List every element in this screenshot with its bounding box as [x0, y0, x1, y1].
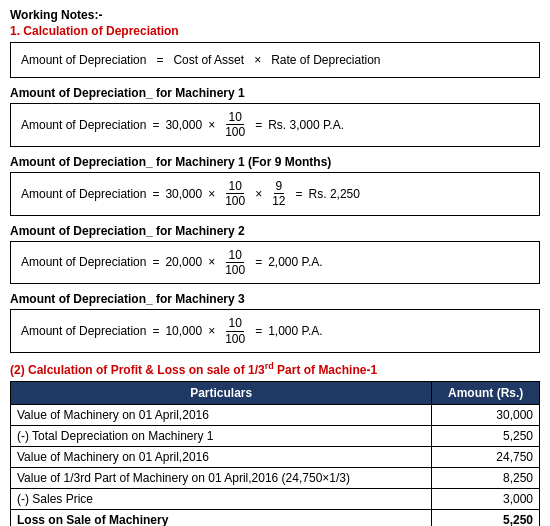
- pl-row-particular: Loss on Sale of Machinery: [11, 510, 432, 526]
- m1-9m-eq2: =: [296, 187, 303, 201]
- m3-mul1: ×: [208, 324, 215, 338]
- m1-9m-cost: 30,000: [165, 187, 202, 201]
- pl-row-amount: 3,000: [432, 489, 540, 510]
- pl-row-particular: Value of Machinery on 01 April,2016: [11, 405, 432, 426]
- machinery1-9m-box: Amount of Depreciation = 30,000 × 10 100…: [10, 172, 540, 216]
- pl-row-amount: 24,750: [432, 447, 540, 468]
- working-notes-title: Working Notes:-: [10, 8, 540, 22]
- pl-row-particular: Value of 1/3rd Part of Machinery on 01 A…: [11, 468, 432, 489]
- m2-result: 2,000 P.A.: [268, 255, 323, 269]
- pl-row-amount: 30,000: [432, 405, 540, 426]
- m1-eq2: =: [255, 118, 262, 132]
- section1-title: 1. Calculation of Depreciation: [10, 24, 540, 38]
- section2-title: (2) Calculation of Profit & Loss on sale…: [10, 361, 540, 377]
- m1-rate: 10 100: [223, 110, 247, 140]
- m2-mul1: ×: [208, 255, 215, 269]
- pl-table: Particulars Amount (Rs.) Value of Machin…: [10, 381, 540, 526]
- formula-box: Amount of Depreciation = Cost of Asset ×…: [10, 42, 540, 78]
- m3-label: Amount of Depreciation: [21, 324, 146, 338]
- formula-left: Amount of Depreciation: [21, 53, 146, 67]
- m1-9m-mul2: ×: [255, 187, 262, 201]
- pl-header-particulars: Particulars: [11, 382, 432, 405]
- m1-9m-rate: 10 100: [223, 179, 247, 209]
- m1-cost: 30,000: [165, 118, 202, 132]
- pl-row-amount: 5,250: [432, 426, 540, 447]
- machinery1-title: Amount of Depreciation_ for Machinery 1: [10, 86, 540, 100]
- m1-9m-result: Rs. 2,250: [309, 187, 360, 201]
- pl-row-amount: 5,250: [432, 510, 540, 526]
- m1-label: Amount of Depreciation: [21, 118, 146, 132]
- m2-label: Amount of Depreciation: [21, 255, 146, 269]
- machinery1-box: Amount of Depreciation = 30,000 × 10 100…: [10, 103, 540, 147]
- formula-eq: =: [156, 53, 163, 67]
- machinery2-title: Amount of Depreciation_ for Machinery 2: [10, 224, 540, 238]
- m2-eq: =: [152, 255, 159, 269]
- m1-9m-label: Amount of Depreciation: [21, 187, 146, 201]
- m3-result: 1,000 P.A.: [268, 324, 323, 338]
- m2-eq2: =: [255, 255, 262, 269]
- machinery2-box: Amount of Depreciation = 20,000 × 10 100…: [10, 241, 540, 285]
- m1-9m-months: 9 12: [270, 179, 287, 209]
- pl-header-amount: Amount (Rs.): [432, 382, 540, 405]
- m1-eq: =: [152, 118, 159, 132]
- m3-cost: 10,000: [165, 324, 202, 338]
- formula-mul: ×: [254, 53, 261, 67]
- m2-cost: 20,000: [165, 255, 202, 269]
- m3-rate: 10 100: [223, 316, 247, 346]
- m3-eq2: =: [255, 324, 262, 338]
- formula-mid: Cost of Asset: [173, 53, 244, 67]
- formula-right: Rate of Depreciation: [271, 53, 380, 67]
- pl-row-particular: (-) Sales Price: [11, 489, 432, 510]
- m2-rate: 10 100: [223, 248, 247, 278]
- pl-row-amount: 8,250: [432, 468, 540, 489]
- pl-row-particular: Value of Machinery on 01 April,2016: [11, 447, 432, 468]
- machinery3-box: Amount of Depreciation = 10,000 × 10 100…: [10, 309, 540, 353]
- m1-9m-mul1: ×: [208, 187, 215, 201]
- machinery1-9m-title: Amount of Depreciation_ for Machinery 1 …: [10, 155, 540, 169]
- m1-result: Rs. 3,000 P.A.: [268, 118, 344, 132]
- machinery3-title: Amount of Depreciation_ for Machinery 3: [10, 292, 540, 306]
- m1-9m-eq: =: [152, 187, 159, 201]
- pl-row-particular: (-) Total Depreciation on Machinery 1: [11, 426, 432, 447]
- m1-mul1: ×: [208, 118, 215, 132]
- m3-eq: =: [152, 324, 159, 338]
